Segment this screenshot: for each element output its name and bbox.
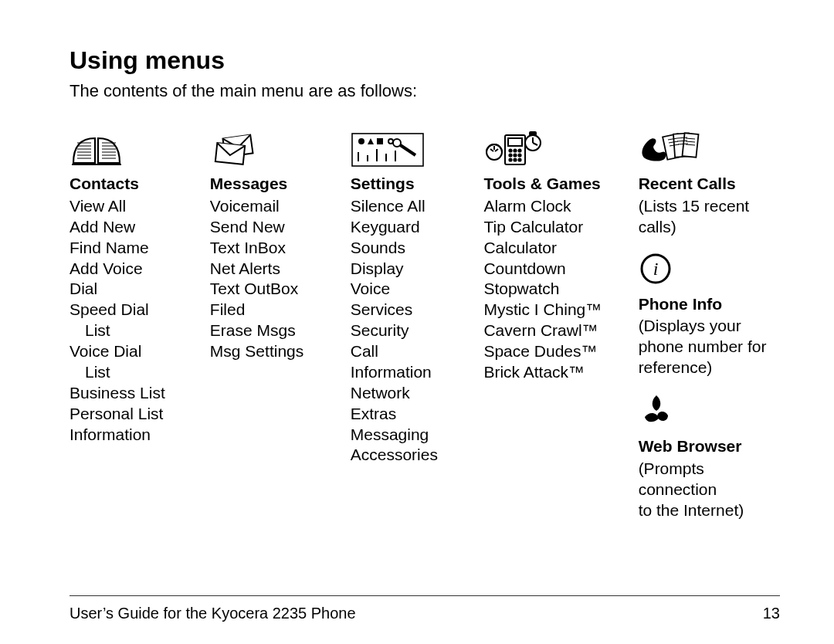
list-item: Services [351,300,464,320]
svg-point-37 [510,158,512,161]
list-item: Security [351,320,464,341]
list-item: List [70,320,190,341]
list-item: Call [351,341,464,362]
tools-games-icon [483,124,618,168]
svg-point-35 [514,154,517,156]
list-item: Silence All [351,196,464,217]
list-item: Extras [351,404,464,425]
list-item: Sounds [351,238,464,259]
column-messages: Messages Voicemail Send New Text InBox N… [210,124,331,520]
recent-calls-desc: (Lists 15 recent [639,196,780,217]
list-item: Add New [70,217,190,238]
svg-rect-43 [530,132,536,135]
svg-point-39 [519,158,521,161]
list-item: Send New [210,217,331,238]
column-settings: Settings Silence All Keyguard Sounds Dis… [351,124,464,520]
list-item: Mystic I Ching™ [483,300,618,320]
web-browser-desc: (Prompts [639,459,780,480]
column-tools-games: Tools & Games Alarm Clock Tip Calculator… [483,124,618,520]
list-item: View All [70,196,190,217]
list-item: Filed [210,300,331,320]
list-item: Business List [70,383,190,404]
contacts-title: Contacts [70,174,190,195]
column-contacts: Contacts View All Add New Find Name Add … [70,124,190,520]
contacts-icon [70,124,190,168]
section-heading: Using menus [70,46,780,75]
messages-title: Messages [210,174,331,195]
tools-games-title: Tools & Games [483,174,618,195]
list-item: Information [70,425,190,446]
recent-calls-desc: calls) [639,217,780,238]
document-page: Using menus The contents of the main men… [0,0,834,644]
phone-info-title: Phone Info [639,294,780,315]
list-item: Tip Calculator [483,217,618,238]
list-item: Msg Settings [210,341,331,362]
list-item: Accessories [351,445,464,466]
list-item: List [70,362,190,383]
svg-marker-16 [368,138,374,144]
list-item: Messaging [351,425,464,446]
list-item: Personal List [70,404,190,425]
list-item: Cavern Crawl™ [483,320,618,341]
settings-icon [351,124,464,168]
list-item: Alarm Clock [483,196,618,217]
list-item: Countdown [483,259,618,280]
phone-info-desc: (Displays your [639,316,780,337]
list-item: Text InBox [210,238,331,259]
svg-point-24 [393,139,401,147]
intro-text: The contents of the main menu are as fol… [70,81,780,101]
web-browser-title: Web Browser [639,436,780,457]
svg-point-38 [514,158,517,161]
phone-info-icon: i [639,252,780,291]
list-item: Information [351,362,464,383]
list-item: Speed Dial [70,300,190,320]
svg-point-34 [510,154,512,156]
svg-text:i: i [653,259,658,279]
list-item: Stopwatch [483,279,618,300]
footer-rule [70,595,780,596]
list-item: Calculator [483,238,618,259]
list-item: Erase Msgs [210,320,331,341]
svg-point-32 [514,149,517,151]
list-item: Find Name [70,238,190,259]
list-item: Dial [70,279,190,300]
svg-rect-14 [352,134,423,166]
settings-title: Settings [351,174,464,195]
list-item: Brick Attack™ [483,362,618,383]
page-footer: User’s Guide for the Kyocera 2235 Phone … [70,605,780,622]
list-item: Voice [351,279,464,300]
list-item: Voicemail [210,196,331,217]
recent-calls-title: Recent Calls [639,174,780,195]
svg-rect-30 [508,138,522,146]
recent-calls-icon [639,124,780,168]
svg-point-15 [358,138,364,144]
web-browser-desc: to the Internet) [639,500,780,521]
list-item: Text OutBox [210,279,331,300]
messages-icon [210,124,331,168]
list-item: Space Dudes™ [483,341,618,362]
list-item: Voice Dial [70,341,190,362]
phone-info-desc: phone number for [639,337,780,358]
page-number: 13 [763,605,780,622]
menu-columns: Contacts View All Add New Find Name Add … [70,124,780,520]
web-browser-icon [639,392,780,433]
svg-point-33 [519,149,521,151]
web-browser-desc: connection [639,480,780,500]
column-right: Recent Calls (Lists 15 recent calls) i P… [639,124,780,520]
svg-rect-17 [377,138,383,144]
list-item: Keyguard [351,217,464,238]
list-item: Net Alerts [210,259,331,280]
list-item: Network [351,383,464,404]
phone-info-desc: reference) [639,358,780,378]
svg-point-36 [519,154,521,156]
list-item: Add Voice [70,259,190,280]
footer-title: User’s Guide for the Kyocera 2235 Phone [70,605,356,622]
svg-point-31 [510,149,512,151]
list-item: Display [351,259,464,280]
